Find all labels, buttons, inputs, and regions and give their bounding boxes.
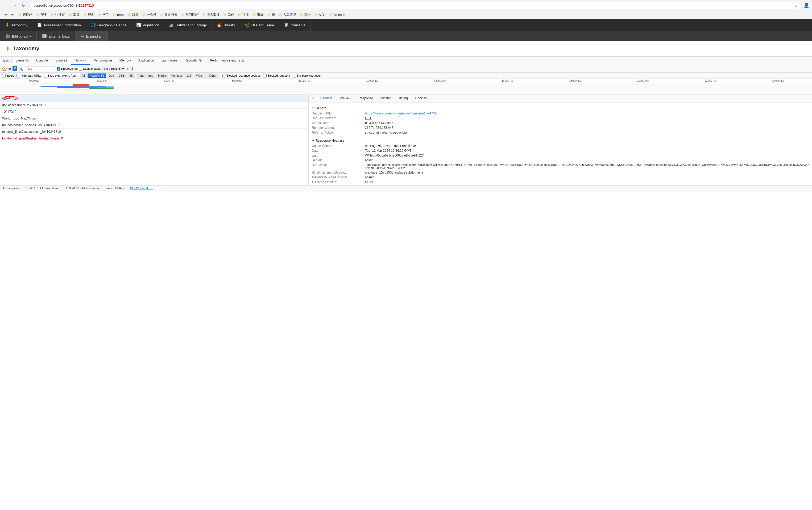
- request-item-0[interactable]: 10247310: [0, 95, 308, 102]
- forward-button[interactable]: →: [11, 2, 19, 9]
- general-section-title[interactable]: ▼ General: [312, 105, 809, 111]
- nav-trade[interactable]: 🌿 Use and Trade: [240, 19, 279, 31]
- bookmark-jianzhan[interactable]: 📁 建网站: [17, 12, 34, 18]
- bookmark-13[interactable]: 📁 工作: [222, 12, 236, 18]
- filter-icon[interactable]: ⊻: [12, 66, 17, 71]
- devtools-tab-network[interactable]: Network: [71, 57, 90, 65]
- filter-manifest[interactable]: Manifest: [169, 74, 184, 78]
- hide-data-urls-label[interactable]: Hide data URLs: [17, 74, 41, 78]
- bookmark-8[interactable]: 📁 玩耍: [126, 12, 140, 18]
- close-headers-button[interactable]: ✕: [309, 95, 317, 102]
- hide-ext-urls-label[interactable]: Hide extension URLs: [44, 74, 76, 78]
- filter-other[interactable]: Other: [207, 74, 219, 78]
- nav-taxonomy[interactable]: 🧍 Taxonomy: [0, 19, 32, 31]
- bookmark-anquan[interactable]: 📁 安全: [35, 12, 49, 18]
- nav-external-data[interactable]: ↗️ External Data: [37, 31, 75, 41]
- filter-wasm[interactable]: Wasm: [194, 74, 207, 78]
- filter-css[interactable]: CSS: [117, 74, 127, 78]
- filter-font[interactable]: Font: [136, 74, 146, 78]
- headers-tab-response[interactable]: Response: [355, 95, 377, 102]
- bookmark-15[interactable]: 📁 锻炼: [251, 12, 265, 18]
- filter-all[interactable]: All: [80, 74, 87, 78]
- devtools-settings-icon[interactable]: ⚙: [2, 59, 6, 63]
- filter-fetch-xhr[interactable]: Fetch/XHR: [88, 74, 106, 78]
- back-button[interactable]: ←: [3, 2, 10, 9]
- bookmark-10[interactable]: 📁 量化投资: [158, 12, 179, 18]
- blocked-cookies-checkbox[interactable]: [222, 74, 226, 78]
- download-icon[interactable]: ⬇: [131, 66, 134, 71]
- request-item-3[interactable]: World_Topo_Map?f=json: [0, 115, 308, 122]
- upload-icon[interactable]: ⬆: [126, 66, 129, 71]
- preserve-log-checkbox[interactable]: [57, 67, 60, 70]
- filter-img[interactable]: Img: [146, 74, 155, 78]
- devtools-tab-sources[interactable]: Sources: [52, 57, 71, 65]
- headers-tab-initiator[interactable]: Initiator: [377, 95, 395, 102]
- nav-bibliography[interactable]: 📚 Bibliography: [0, 31, 37, 41]
- header-val-url[interactable]: https://www.iucnredlist.org/api/v4/speci…: [365, 112, 439, 115]
- disable-cache-label[interactable]: Disable cache: [79, 67, 101, 70]
- request-item-1[interactable]: doi?assessment_id=10247310: [0, 102, 308, 109]
- hide-data-urls-checkbox[interactable]: [17, 74, 20, 78]
- search-network-icon[interactable]: 🔍: [18, 66, 23, 71]
- bookmark-17[interactable]: 📁 人工智能: [277, 12, 297, 18]
- bookmark-11[interactable]: 📁 学习网站: [180, 12, 200, 18]
- request-item-2[interactable]: 10247310: [0, 109, 308, 115]
- nav-habitat[interactable]: ⛰️ Habitat and Ecology: [164, 19, 212, 31]
- bookmark-4[interactable]: 📁 工具: [67, 12, 81, 18]
- record-icon[interactable]: ⏺: [8, 66, 11, 71]
- throttle-select[interactable]: No throttling: [102, 66, 125, 71]
- nav-population[interactable]: 📊 Population: [131, 19, 164, 31]
- bookmark-16[interactable]: 📁 赚: [266, 12, 276, 18]
- filter-doc[interactable]: Doc: [107, 74, 116, 78]
- filter-ws[interactable]: WS: [184, 74, 193, 78]
- nav-conserva[interactable]: 🛡️ Conserva: [279, 19, 310, 31]
- invert-checkbox[interactable]: [2, 74, 6, 78]
- dom-content-link[interactable]: DOMContentLo...: [130, 187, 153, 190]
- bookmark-20[interactable]: 📁 Sisense: [328, 12, 347, 18]
- third-party-checkbox[interactable]: [293, 74, 296, 78]
- nav-threats[interactable]: 🔥 Threats: [212, 19, 240, 31]
- profile-button[interactable]: 👤: [804, 3, 809, 8]
- devtools-tab-lighthouse[interactable]: Lighthouse: [158, 57, 181, 65]
- blocked-cookies-label[interactable]: Blocked response cookies: [222, 74, 261, 78]
- request-item-4[interactable]: bounds?visible_species_ids[]=10247310: [0, 122, 308, 129]
- nav-assessment[interactable]: 📄 Assessment Information: [32, 19, 86, 31]
- bookmark-java[interactable]: ☕ java: [3, 12, 16, 18]
- network-filter-input[interactable]: [24, 66, 56, 71]
- bookmark-6[interactable]: 📁 学习: [96, 12, 111, 18]
- blocked-requests-label[interactable]: Blocked requests: [263, 74, 290, 78]
- clear-log-icon[interactable]: 🚫: [2, 66, 7, 71]
- bookmark-12[interactable]: 📁 个人工具: [201, 12, 221, 18]
- bookmark-14[interactable]: 📁 讲课: [236, 12, 250, 18]
- preserve-log-label[interactable]: Preserve log: [57, 67, 78, 70]
- filter-media[interactable]: Media: [156, 74, 168, 78]
- devtools-tab-performance[interactable]: Performance: [90, 57, 116, 65]
- filter-js[interactable]: JS: [127, 74, 135, 78]
- devtools-tab-elements[interactable]: Elements: [12, 57, 32, 65]
- headers-tab-cookies[interactable]: Cookies: [412, 95, 430, 102]
- nav-geographic[interactable]: 🌐 Geographic Range: [86, 19, 131, 31]
- devtools-tab-memory[interactable]: Memory: [116, 57, 134, 65]
- reload-button[interactable]: ↻: [20, 2, 27, 9]
- request-item-5[interactable]: external_links?assessment_id=10247310: [0, 129, 308, 135]
- hide-ext-urls-checkbox[interactable]: [44, 74, 47, 78]
- bookmark-19[interactable]: 📁 SEO: [312, 12, 327, 18]
- invert-label[interactable]: Invert: [2, 74, 14, 78]
- blocked-requests-checkbox[interactable]: [263, 74, 267, 78]
- bookmark-3[interactable]: 📁 快捷键: [49, 12, 66, 18]
- request-item-6[interactable]: log?format=json&hasfast=true&authuser=0: [0, 135, 308, 142]
- url-bar[interactable]: iucnredlist.org/species/39548/10247310 ☆: [29, 2, 801, 9]
- bookmark-button[interactable]: ☆: [794, 3, 798, 8]
- bookmark-18[interactable]: 📁 算法: [298, 12, 312, 18]
- nav-expand-all[interactable]: ↔️ Expand all: [75, 31, 108, 41]
- response-headers-section-title[interactable]: ▼ Response Headers: [312, 137, 809, 143]
- disable-cache-checkbox[interactable]: [79, 67, 82, 70]
- bookmark-9[interactable]: 📁 公众号: [141, 12, 158, 18]
- third-party-label[interactable]: 3rd-party requests: [293, 74, 321, 78]
- headers-tab-preview[interactable]: Preview: [336, 95, 355, 102]
- devtools-layout-icon[interactable]: ⊞: [6, 59, 9, 63]
- devtools-tab-perf-insights[interactable]: Performance insights 🔬: [206, 57, 248, 65]
- bookmark-5[interactable]: 📁 开发: [82, 12, 96, 18]
- devtools-tab-application[interactable]: Application: [134, 57, 158, 65]
- headers-tab-headers[interactable]: Headers: [317, 95, 336, 102]
